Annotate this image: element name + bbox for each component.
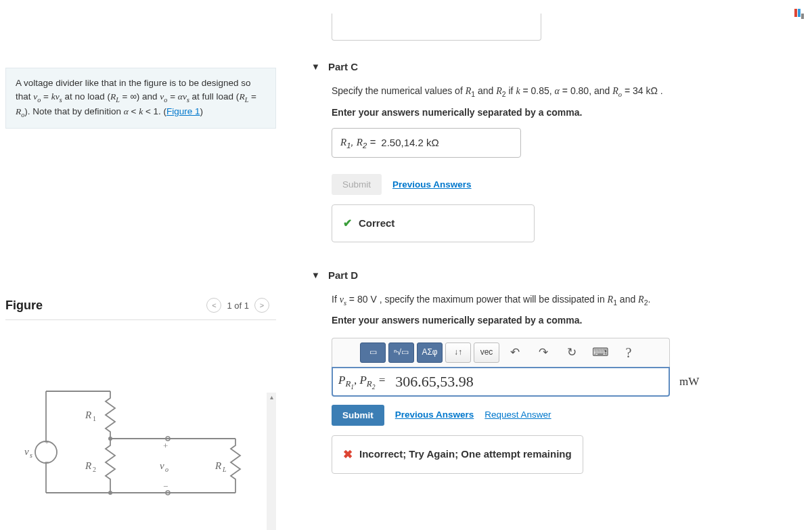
part-d-input-value: 306.65,53.98 bbox=[391, 370, 669, 393]
scroll-up-icon[interactable]: ▴ bbox=[267, 393, 276, 402]
pager-next[interactable]: > bbox=[254, 298, 269, 313]
figure-link[interactable]: Figure 1 bbox=[166, 106, 200, 116]
part-c-header[interactable]: ▼ Part C bbox=[311, 61, 798, 72]
part-c-prompt: Specify the numerical values of R1 and R… bbox=[332, 83, 798, 101]
figure-title: Figure bbox=[5, 299, 43, 313]
pager-prev[interactable]: < bbox=[206, 298, 221, 313]
svg-text:s: s bbox=[30, 451, 32, 459]
part-c-answer-value: 2.50,14.2 kΩ bbox=[381, 135, 438, 151]
undo-button[interactable]: ↶ bbox=[502, 343, 528, 363]
svg-text:R: R bbox=[85, 410, 91, 420]
previous-part-input-fragment bbox=[332, 14, 541, 41]
part-d-unit: mW bbox=[679, 372, 699, 391]
part-c-title: Part C bbox=[328, 61, 358, 72]
svg-text:R: R bbox=[85, 460, 91, 471]
part-d-previous-answers-link[interactable]: Previous Answers bbox=[395, 407, 474, 422]
equation-toolbar: ▭ ⁿ√▭ ΑΣφ ↓↑ vec ↶ ↷ ↻ ⌨ ? bbox=[332, 338, 670, 367]
problem-text-end: ) bbox=[200, 106, 204, 116]
part-d-request-answer-link[interactable]: Request Answer bbox=[484, 407, 551, 422]
sqrt-tool-icon[interactable]: ⁿ√▭ bbox=[388, 343, 414, 363]
svg-text:−: − bbox=[163, 481, 168, 491]
svg-text:o: o bbox=[165, 466, 168, 473]
reset-button[interactable]: ↻ bbox=[559, 343, 585, 363]
part-d-feedback-text: Incorrect; Try Again; One attempt remain… bbox=[359, 446, 572, 462]
part-d-feedback: ✖ Incorrect; Try Again; One attempt rema… bbox=[332, 435, 583, 474]
part-c-feedback: ✔ Correct bbox=[332, 204, 535, 242]
part-c-instruction: Enter your answers numerically separated… bbox=[332, 105, 798, 120]
svg-text:L: L bbox=[222, 466, 227, 473]
part-d-title: Part D bbox=[328, 269, 358, 281]
part-c-answer-prefix: R1, R2 = bbox=[340, 134, 378, 152]
caret-down-icon: ▼ bbox=[311, 62, 320, 72]
greek-tool-icon[interactable]: ΑΣφ bbox=[417, 343, 443, 363]
pager-label: 1 of 1 bbox=[227, 301, 249, 311]
svg-text:−: − bbox=[45, 458, 49, 466]
arrows-tool-icon[interactable]: ↓↑ bbox=[445, 343, 471, 363]
keyboard-button[interactable]: ⌨ bbox=[587, 343, 613, 363]
svg-text:+: + bbox=[163, 441, 168, 451]
part-c-submit-button[interactable]: Submit bbox=[332, 174, 382, 195]
part-d-submit-button[interactable]: Submit bbox=[332, 405, 384, 426]
caret-down-icon: ▼ bbox=[311, 270, 320, 280]
check-icon: ✔ bbox=[343, 215, 352, 232]
part-d-instruction: Enter your answers numerically separated… bbox=[332, 313, 798, 328]
problem-statement: A voltage divider like that in the figur… bbox=[5, 68, 276, 129]
part-c-feedback-text: Correct bbox=[359, 215, 394, 231]
part-c-answer-field[interactable]: R1, R2 = 2.50,14.2 kΩ bbox=[332, 128, 521, 158]
part-c-previous-answers-link[interactable]: Previous Answers bbox=[392, 177, 472, 192]
vec-tool-button[interactable]: vec bbox=[474, 343, 499, 363]
figure-pager: < 1 of 1 > bbox=[206, 298, 269, 313]
help-button[interactable]: ? bbox=[616, 343, 641, 363]
circuit-figure: + − vs R1 R2 + vo bbox=[5, 340, 263, 530]
svg-text:R: R bbox=[215, 460, 221, 471]
part-d-input-prefix: PR1, PR2 = bbox=[333, 371, 391, 392]
svg-text:+: + bbox=[45, 438, 49, 446]
part-d-answer-input[interactable]: PR1, PR2 = 306.65,53.98 bbox=[332, 367, 670, 397]
part-d-prompt: If vs = 80 V , specify the maximum power… bbox=[332, 292, 798, 309]
x-icon: ✖ bbox=[343, 445, 353, 464]
part-d-header[interactable]: ▼ Part D bbox=[311, 269, 798, 281]
svg-text:v: v bbox=[24, 446, 29, 457]
svg-text:2: 2 bbox=[93, 466, 96, 473]
fraction-tool-icon[interactable]: ▭ bbox=[360, 343, 386, 363]
problem-text: A voltage divider like that in the figur… bbox=[16, 78, 256, 116]
svg-text:v: v bbox=[160, 460, 164, 471]
redo-button[interactable]: ↷ bbox=[531, 343, 556, 363]
svg-text:1: 1 bbox=[93, 415, 96, 422]
figure-scrollbar[interactable]: ▴ ▾ bbox=[267, 393, 276, 530]
